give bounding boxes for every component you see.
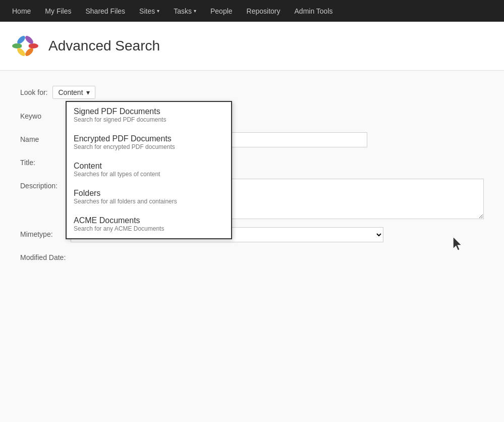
title-label: Title: xyxy=(20,155,66,167)
nav-item-tasks[interactable]: Tasks ▾ xyxy=(166,0,203,22)
dropdown-item-signed-pdf[interactable]: Signed PDF Documents Search for signed P… xyxy=(67,102,231,129)
lookfor-label: Look for: xyxy=(20,88,47,96)
content-dropdown-label: Content xyxy=(58,88,83,96)
name-label: Name xyxy=(20,132,66,143)
dropdown-item-acme[interactable]: ACME Documents Search for any ACME Docum… xyxy=(67,211,231,238)
main-nav: Home My Files Shared Files Sites ▾ Tasks… xyxy=(0,0,504,22)
dropdown-item-folders[interactable]: Folders Searches for all folders and con… xyxy=(67,184,231,211)
dropdown-item-signed-pdf-desc: Search for signed PDF documents xyxy=(74,116,224,127)
content-dropdown-arrow: ▾ xyxy=(86,88,90,96)
nav-tasks-arrow: ▾ xyxy=(194,8,196,14)
header: Advanced Search xyxy=(0,22,504,71)
nav-item-sites[interactable]: Sites ▾ xyxy=(132,0,166,22)
content-type-dropdown[interactable]: Content ▾ xyxy=(52,86,95,99)
nav-item-myfiles[interactable]: My Files xyxy=(38,0,78,22)
dropdown-item-signed-pdf-title: Signed PDF Documents xyxy=(74,107,224,116)
dropdown-item-encrypted-pdf[interactable]: Encrypted PDF Documents Search for encry… xyxy=(67,129,231,156)
nav-item-home[interactable]: Home xyxy=(5,0,38,22)
lookfor-row: Look for: Content ▾ Signed PDF Documents… xyxy=(20,86,484,99)
svg-point-4 xyxy=(28,43,38,48)
content-type-menu: Signed PDF Documents Search for signed P… xyxy=(66,101,232,239)
dropdown-item-content-desc: Searches for all types of content xyxy=(74,171,224,182)
app-logo xyxy=(10,31,40,61)
dropdown-item-folders-title: Folders xyxy=(74,189,224,198)
dropdown-item-encrypted-pdf-desc: Search for encrypted PDF documents xyxy=(74,143,224,154)
page-title: Advanced Search xyxy=(48,38,160,54)
main-content: Look for: Content ▾ Signed PDF Documents… xyxy=(0,71,504,422)
modified-date-label: Modified Date: xyxy=(20,250,66,261)
nav-sites-arrow: ▾ xyxy=(157,8,159,14)
dropdown-item-content-title: Content xyxy=(74,162,224,171)
nav-item-admintools[interactable]: Admin Tools xyxy=(288,0,340,22)
mimetype-label: Mimetype: xyxy=(20,227,66,238)
svg-point-6 xyxy=(22,42,29,49)
nav-item-people[interactable]: People xyxy=(203,0,240,22)
dropdown-item-acme-title: ACME Documents xyxy=(74,216,224,225)
description-label: Description: xyxy=(20,179,66,190)
dropdown-item-content[interactable]: Content Searches for all types of conten… xyxy=(67,156,231,184)
nav-sites-label: Sites xyxy=(139,7,155,15)
dropdown-item-acme-desc: Search for any ACME Documents xyxy=(74,225,224,236)
keyword-label: Keywo xyxy=(20,109,66,120)
modified-date-row: Modified Date: xyxy=(20,250,484,261)
nav-item-sharedfiles[interactable]: Shared Files xyxy=(78,0,132,22)
svg-point-1 xyxy=(12,43,22,48)
nav-item-repository[interactable]: Repository xyxy=(240,0,288,22)
dropdown-item-encrypted-pdf-title: Encrypted PDF Documents xyxy=(74,134,224,143)
dropdown-item-folders-desc: Searches for all folders and containers xyxy=(74,198,224,209)
nav-tasks-label: Tasks xyxy=(174,7,192,15)
